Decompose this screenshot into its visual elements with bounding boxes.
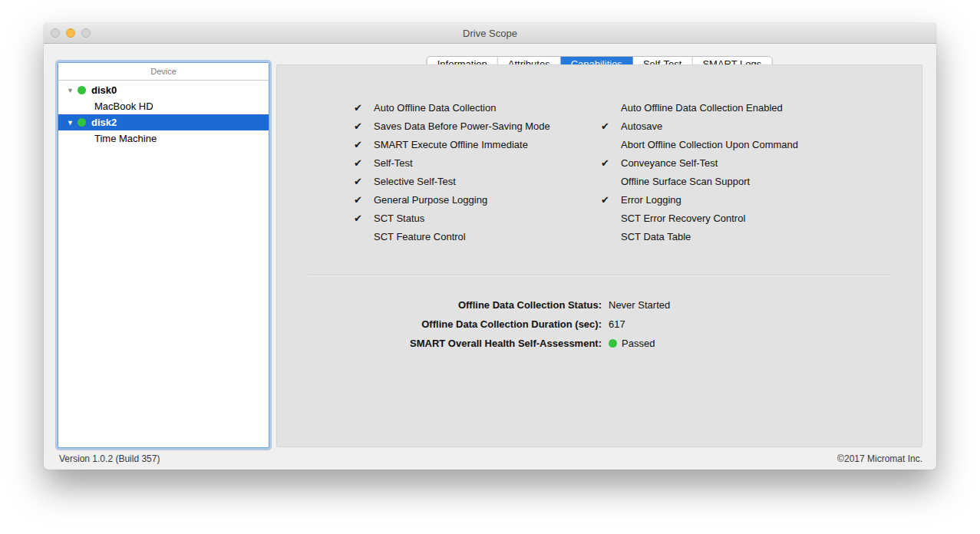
status-row: Offline Data Collection Status: Never St…	[277, 295, 922, 315]
capability-label: Self-Test	[374, 157, 413, 169]
status-row: SMART Overall Health Self-Assessment: Pa…	[277, 334, 922, 353]
capability-row: ✔ General Purpose Logging	[354, 190, 550, 209]
version-text: Version 1.0.2 (Build 357)	[59, 450, 160, 467]
sidebar-item-disk2[interactable]: ▼ disk2	[58, 114, 269, 130]
capability-row: ✔ Autosave	[601, 117, 798, 135]
capability-label: SMART Execute Offline Immediate	[374, 139, 528, 150]
status-value: Never Started	[609, 299, 670, 311]
check-icon: ✔	[354, 213, 374, 224]
capability-label: SCT Error Recovery Control	[621, 213, 745, 224]
device-label: disk2	[91, 117, 117, 128]
status-value: Passed	[609, 338, 655, 349]
capability-label: Auto Offline Data Collection Enabled	[621, 102, 783, 114]
drive-scope-window: Drive Scope Device ▼ disk0 MacBook HD ▼ …	[44, 23, 936, 470]
status-label: Offline Data Collection Duration (sec):	[277, 318, 602, 330]
capability-label: Offline Surface Scan Support	[621, 176, 750, 187]
capability-row: ✔ Auto Offline Data Collection	[354, 98, 550, 117]
capability-row: Auto Offline Data Collection Enabled	[601, 98, 798, 117]
capability-label: Abort Offline Collection Upon Command	[621, 139, 798, 150]
disclosure-triangle-icon[interactable]: ▼	[67, 119, 78, 127]
capability-row: SCT Error Recovery Control	[601, 209, 798, 227]
check-icon: ✔	[354, 194, 374, 206]
sidebar-item-time-machine[interactable]: Time Machine	[58, 130, 269, 147]
capability-label: Selective Self-Test	[374, 176, 456, 187]
copyright-text: ©2017 Micromat Inc.	[837, 450, 922, 467]
check-icon: ✔	[601, 120, 621, 132]
health-value: Passed	[622, 338, 655, 349]
status-label: SMART Overall Health Self-Assessment:	[277, 338, 602, 349]
status-label: Offline Data Collection Status:	[277, 299, 602, 311]
capabilities-right-column: Auto Offline Data Collection Enabled ✔ A…	[601, 98, 798, 246]
capabilities-panel: ✔ Auto Offline Data Collection ✔ Saves D…	[276, 64, 922, 447]
section-divider	[308, 275, 891, 276]
capability-row: ✔ Selective Self-Test	[354, 172, 550, 190]
device-list: Device ▼ disk0 MacBook HD ▼ disk2 Time M…	[58, 62, 269, 448]
capability-label: SCT Status	[374, 213, 424, 224]
status-value: 617	[609, 318, 625, 330]
capability-row: ✔ Error Logging	[601, 190, 798, 209]
capability-label: Auto Offline Data Collection	[374, 102, 496, 114]
sidebar-item-macbook-hd[interactable]: MacBook HD	[58, 98, 269, 114]
check-icon: ✔	[354, 157, 374, 169]
volume-label: Time Machine	[94, 133, 157, 144]
capability-row: SCT Data Table	[601, 227, 798, 246]
check-icon: ✔	[601, 194, 621, 206]
capability-label: Autosave	[621, 120, 662, 132]
capability-row: ✔ Conveyance Self-Test	[601, 153, 798, 172]
capability-label: Saves Data Before Power-Saving Mode	[374, 120, 550, 132]
drive-status-dot	[78, 118, 86, 127]
capability-row: ✔ SCT Status	[354, 209, 550, 227]
sidebar-item-disk0[interactable]: ▼ disk0	[58, 82, 269, 98]
capability-label: Error Logging	[621, 194, 681, 206]
check-icon: ✔	[354, 102, 374, 114]
check-icon: ✔	[601, 157, 621, 169]
capability-label: General Purpose Logging	[374, 194, 487, 206]
capability-row: SCT Feature Control	[354, 227, 550, 246]
check-icon: ✔	[354, 139, 374, 150]
status-section: Offline Data Collection Status: Never St…	[277, 295, 922, 353]
check-icon: ✔	[354, 120, 374, 132]
title-bar: Drive Scope	[44, 23, 936, 44]
passed-indicator-icon	[609, 339, 617, 348]
capability-row: Abort Offline Collection Upon Command	[601, 135, 798, 153]
capability-row: ✔ SMART Execute Offline Immediate	[354, 135, 550, 153]
capabilities-left-column: ✔ Auto Offline Data Collection ✔ Saves D…	[354, 98, 550, 246]
status-row: Offline Data Collection Duration (sec): …	[277, 315, 922, 334]
capability-label: SCT Data Table	[621, 231, 691, 242]
window-title: Drive Scope	[44, 23, 936, 44]
volume-label: MacBook HD	[94, 101, 153, 112]
capability-row: Offline Surface Scan Support	[601, 172, 798, 190]
check-icon: ✔	[354, 176, 374, 187]
device-column-header: Device	[58, 63, 269, 81]
device-label: disk0	[91, 84, 117, 96]
drive-status-dot	[78, 86, 86, 94]
capability-row: ✔ Self-Test	[354, 153, 550, 172]
capability-label: SCT Feature Control	[374, 231, 466, 242]
disclosure-triangle-icon[interactable]: ▼	[67, 87, 78, 94]
capability-label: Conveyance Self-Test	[621, 157, 718, 169]
capability-row: ✔ Saves Data Before Power-Saving Mode	[354, 117, 550, 135]
